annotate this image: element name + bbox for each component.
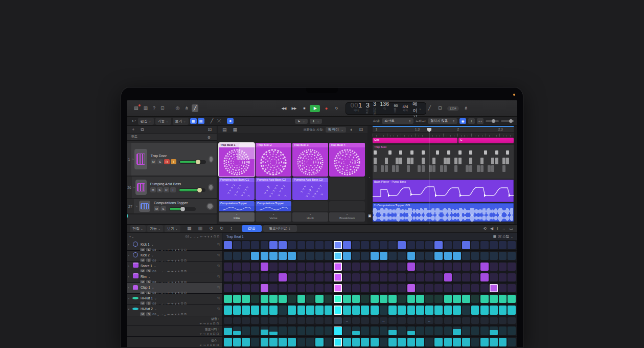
step-cell[interactable]	[471, 338, 479, 346]
step-cell[interactable]	[242, 317, 250, 324]
step-cell[interactable]	[388, 284, 397, 292]
step-cell[interactable]	[398, 306, 406, 315]
step-cell[interactable]	[297, 284, 306, 292]
lcd-tempo[interactable]: 90템포	[394, 104, 398, 113]
disclosure-icon[interactable]: >	[128, 297, 129, 300]
step-cell[interactable]	[261, 284, 269, 292]
step-cell[interactable]	[380, 241, 388, 249]
step-cell[interactable]	[425, 252, 433, 260]
step-cell[interactable]	[499, 273, 507, 281]
step-cell[interactable]	[416, 241, 424, 249]
rotate-right-button[interactable]: ◦+	[203, 343, 206, 346]
input-monitor-button[interactable]: I	[170, 187, 176, 192]
row-header[interactable]: ∨Hi-Hat 2⌄틱MS/16⌄→⌄+◦◦+∨∧⊡⊡	[127, 304, 222, 316]
step-cell[interactable]	[233, 241, 241, 249]
step-cell[interactable]	[371, 317, 379, 324]
decrement-button[interactable]: ∨	[175, 313, 177, 316]
step-cell[interactable]	[434, 241, 443, 249]
step-cell[interactable]	[224, 327, 232, 335]
toolbar-display-icon[interactable]: ⊡	[158, 104, 167, 112]
step-cell[interactable]	[297, 295, 306, 303]
step-cell[interactable]	[288, 317, 296, 324]
playback-mode-selector[interactable]: →⌄	[160, 313, 167, 316]
step-cell[interactable]	[425, 241, 433, 249]
loop-cell-trap-beat-2[interactable]: Trap Beat 2	[256, 143, 291, 177]
step-cell[interactable]	[242, 295, 250, 303]
step-cell[interactable]	[261, 327, 269, 335]
step-cell[interactable]	[352, 263, 360, 271]
step-cell[interactable]	[251, 252, 259, 260]
step-cell[interactable]	[471, 327, 479, 335]
disclosure-icon[interactable]: >	[128, 265, 129, 268]
step-cell[interactable]	[434, 317, 443, 324]
count-badge[interactable]: 1234	[447, 106, 459, 111]
step-cell[interactable]	[462, 327, 470, 335]
step-cell[interactable]	[371, 338, 379, 346]
step-cell[interactable]	[388, 263, 397, 271]
step-cell[interactable]	[444, 273, 452, 281]
step-cell[interactable]	[480, 273, 489, 281]
step-cell[interactable]: ↔	[343, 317, 351, 324]
step-cell[interactable]	[444, 241, 452, 249]
step-cell[interactable]	[462, 284, 470, 292]
step-cell[interactable]	[269, 306, 278, 315]
step-cell[interactable]	[480, 252, 489, 260]
row-header[interactable]: >Clap 1⌄틱MS/16⌄→⌄+◦◦+∨∧⊡⊡	[127, 283, 222, 293]
step-cell[interactable]	[269, 284, 278, 292]
menu-기능[interactable]: 기능⌄	[155, 118, 171, 125]
step-cell[interactable]	[425, 338, 433, 346]
step-cell[interactable]	[251, 317, 259, 324]
pan-knob[interactable]	[208, 184, 214, 191]
pattern-length-selector[interactable]: ▦ 32 스텝 ⌄	[493, 234, 513, 239]
step-cell[interactable]	[269, 241, 278, 249]
step-cell[interactable]	[269, 252, 278, 260]
step-cell[interactable]	[325, 241, 333, 249]
step-cell[interactable]	[261, 263, 269, 271]
step-cell[interactable]	[471, 306, 479, 315]
play-button[interactable]: ▶	[310, 105, 320, 112]
step-cell[interactable]	[352, 338, 360, 346]
step-cell[interactable]	[279, 273, 287, 281]
input-monitor-button[interactable]: I	[171, 159, 176, 164]
decrement-button[interactable]: ∨	[207, 332, 209, 335]
seq-menu-보기[interactable]: 보기⌄	[165, 225, 180, 232]
subrow-header[interactable]: 벨로시티 :+◦◦+∨∧⊡⊡	[127, 325, 222, 336]
pencil-tool-icon[interactable]: ╱	[209, 117, 215, 125]
step-cell[interactable]	[343, 327, 351, 335]
step-cell[interactable]	[224, 295, 232, 303]
step-cell[interactable]	[361, 273, 369, 281]
step-cell[interactable]	[306, 306, 314, 315]
grid-cells-icon[interactable]: ▤	[220, 126, 229, 134]
step-cell[interactable]	[261, 252, 269, 260]
step-cell[interactable]	[224, 306, 232, 315]
step-cell[interactable]	[279, 263, 287, 271]
prev-icon[interactable]: ◀	[490, 226, 493, 231]
step-cell[interactable]	[343, 263, 351, 271]
step-cell[interactable]	[251, 263, 259, 271]
step-cell[interactable]	[434, 263, 443, 271]
step-cell[interactable]	[425, 327, 433, 335]
step-cell[interactable]	[361, 306, 369, 315]
step-cell[interactable]	[471, 284, 479, 292]
track-row-computations-topper[interactable]: 27>Computations TopperMS	[127, 199, 217, 214]
step-cell[interactable]	[352, 295, 360, 303]
step-cell[interactable]	[407, 295, 416, 303]
step-cell[interactable]	[462, 273, 470, 281]
chord-global-track[interactable]: 코드 ⚙	[127, 134, 217, 141]
tracks-view-button[interactable]: ▤	[198, 118, 204, 124]
step-cell[interactable]	[425, 306, 433, 315]
step-cell[interactable]	[325, 284, 333, 292]
pan-knob[interactable]	[209, 156, 214, 163]
step-cell[interactable]	[499, 241, 507, 249]
step-cell[interactable]	[315, 327, 324, 335]
step-cell[interactable]	[315, 284, 324, 292]
step-cell[interactable]	[325, 273, 333, 281]
step-cell[interactable]	[343, 284, 351, 292]
scene-trigger-verse[interactable]: ⌃Verse	[256, 212, 291, 222]
volume-knob[interactable]	[180, 207, 185, 211]
rotate-right-button[interactable]: ◦+	[203, 332, 206, 335]
step-cell[interactable]	[306, 295, 314, 303]
step-cell[interactable]	[334, 327, 342, 335]
step-cell[interactable]	[251, 338, 259, 346]
step-cell[interactable]	[462, 317, 470, 324]
